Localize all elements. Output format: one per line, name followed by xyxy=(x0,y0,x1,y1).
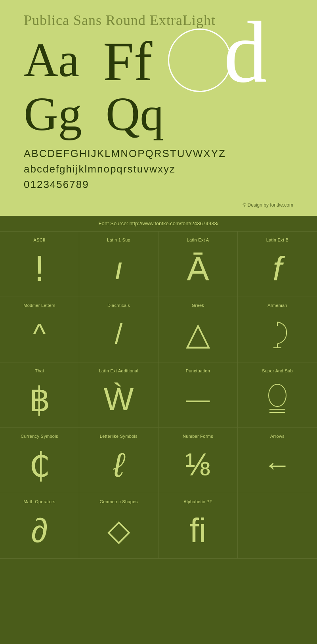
glyph-diacriticals: / xyxy=(115,312,122,356)
label-thai: Thai xyxy=(35,368,44,373)
cell-ascii: ASCII ! xyxy=(0,232,79,297)
circle-outline xyxy=(168,29,231,92)
label-geoshapes: Geometric Shapes xyxy=(100,499,138,504)
cell-modifier: Modifier Letters ^ xyxy=(0,297,79,362)
glyphs-large-row: Aa Ff d xyxy=(24,36,293,86)
cell-empty xyxy=(238,493,317,559)
label-latinextadd: Latin Ext Additional xyxy=(99,368,139,373)
glyph-mathops: ∂ xyxy=(31,508,48,552)
glyph-latinextadd: Ẁ xyxy=(104,377,134,422)
lowercase-line: abcdefghijklmnopqrstuvwxyz xyxy=(24,161,293,177)
uppercase-line: ABCDEFGHIJKLMNOPQRSTUVWXYZ xyxy=(24,146,293,161)
glyph-thai: ฿ xyxy=(29,377,50,422)
glyph-letterlike: ℓ xyxy=(113,443,124,487)
glyph-ff: Ff xyxy=(103,36,152,86)
top-section: Publica Sans Round ExtraLight Aa Ff d Gg… xyxy=(0,0,317,216)
label-supersub: Super And Sub xyxy=(262,368,293,373)
cell-letterlike: Letterlike Symbols ℓ xyxy=(79,428,158,493)
glyph-geoshapes: ◇ xyxy=(107,508,130,552)
dark-section: Font Source: http://www.fontke.com/font/… xyxy=(0,216,317,559)
glyph-alphabeticpf: ﬁ xyxy=(189,508,206,552)
label-diacriticals: Diacriticals xyxy=(107,303,130,308)
glyph-armenian xyxy=(264,312,291,356)
cell-mathops: Math Operators ∂ xyxy=(0,493,79,559)
glyph-latinextb: f xyxy=(273,246,282,291)
label-mathops: Math Operators xyxy=(23,499,55,504)
cell-greek: Greek △ xyxy=(158,297,238,362)
glyph-greek: △ xyxy=(186,312,210,356)
label-latin1sup: Latin 1 Sup xyxy=(107,238,130,242)
label-modifier: Modifier Letters xyxy=(23,303,55,308)
cell-armenian: Armenian xyxy=(238,297,317,362)
glyph-supersub xyxy=(265,377,289,422)
glyph-numberforms: ⅛ xyxy=(185,443,211,487)
label-ascii: ASCII xyxy=(33,238,45,242)
cell-supersub: Super And Sub xyxy=(238,362,317,428)
label-numberforms: Number Forms xyxy=(183,434,213,439)
label-alphabeticpf: Alphabetic PF xyxy=(183,499,212,504)
label-currency: Currency Symbols xyxy=(21,434,58,439)
label-greek: Greek xyxy=(192,303,204,308)
glyph-qq: Qq xyxy=(106,90,164,138)
cell-numberforms: Number Forms ⅛ xyxy=(158,428,238,493)
digits-line: 0123456789 xyxy=(24,177,293,192)
glyph-arrows: ← xyxy=(264,443,291,487)
cell-latinextadd: Latin Ext Additional Ẁ xyxy=(79,362,158,428)
label-latinexta: Latin Ext A xyxy=(187,238,209,242)
cell-latinexta: Latin Ext A Ā xyxy=(158,232,238,297)
label-letterlike: Letterlike Symbols xyxy=(100,434,137,439)
glyph-ascii: ! xyxy=(34,246,44,291)
label-latinextb: Latin Ext B xyxy=(266,238,289,242)
label-punctuation: Punctuation xyxy=(186,368,210,373)
glyph-latinexta: Ā xyxy=(187,246,209,291)
glyph-grid: ASCII ! Latin 1 Sup ı Latin Ext A Ā Lati… xyxy=(0,231,317,559)
glyph-aa: Aa xyxy=(24,36,79,84)
label-arrows: Arrows xyxy=(270,434,285,439)
cell-alphabeticpf: Alphabetic PF ﬁ xyxy=(158,493,238,559)
cell-currency: Currency Symbols ₵ xyxy=(0,428,79,493)
alphabet-section: ABCDEFGHIJKLMNOPQRSTUVWXYZ abcdefghijklm… xyxy=(24,146,293,200)
cell-latin1sup: Latin 1 Sup ı xyxy=(79,232,158,297)
cell-arrows: Arrows ← xyxy=(238,428,317,493)
copyright: © Design by fontke.com xyxy=(24,202,293,208)
cell-geoshapes: Geometric Shapes ◇ xyxy=(79,493,158,559)
glyph-modifier: ^ xyxy=(33,312,46,356)
cell-punctuation: Punctuation — xyxy=(158,362,238,428)
cell-thai: Thai ฿ xyxy=(0,362,79,428)
glyph-punctuation: — xyxy=(186,377,210,422)
font-source: Font Source: http://www.fontke.com/font/… xyxy=(0,216,317,231)
glyph-latin1sup: ı xyxy=(114,246,123,291)
label-armenian: Armenian xyxy=(267,303,287,308)
glyph-d: d xyxy=(223,9,267,96)
svg-point-3 xyxy=(269,384,286,406)
cell-diacriticals: Diacriticals / xyxy=(79,297,158,362)
glyph-gg: Gg xyxy=(24,90,82,138)
cell-latinextb: Latin Ext B f xyxy=(238,232,317,297)
glyph-currency: ₵ xyxy=(29,443,50,487)
